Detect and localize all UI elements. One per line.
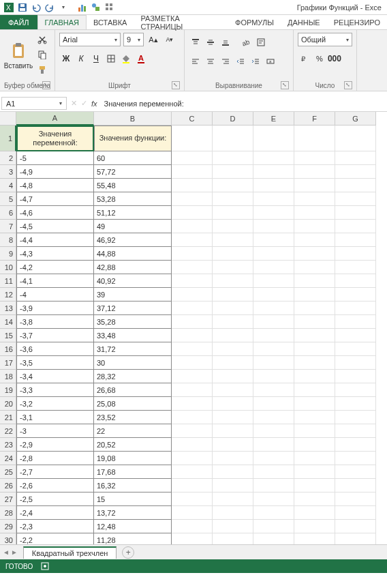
empty-cell[interactable] <box>172 247 213 261</box>
data-cell[interactable]: -4,6 <box>16 206 94 220</box>
data-cell[interactable]: -2,4 <box>16 506 94 520</box>
data-cell[interactable]: 11,28 <box>94 533 172 544</box>
data-cell[interactable]: -3,8 <box>16 315 94 329</box>
tab-home[interactable]: ГЛАВНАЯ <box>37 15 87 29</box>
data-cell[interactable]: -3,3 <box>16 383 94 397</box>
data-cell[interactable]: 35,28 <box>94 315 172 329</box>
empty-cell[interactable] <box>213 192 253 206</box>
empty-cell[interactable] <box>213 493 253 506</box>
data-cell[interactable]: -3,9 <box>16 302 94 315</box>
data-cell[interactable]: -3 <box>16 424 94 438</box>
empty-cell[interactable] <box>294 206 335 220</box>
align-top-icon[interactable] <box>189 35 202 49</box>
empty-cell[interactable] <box>335 233 376 247</box>
empty-cell[interactable] <box>172 288 213 302</box>
empty-cell[interactable] <box>335 533 376 544</box>
data-cell[interactable]: -2,5 <box>16 493 94 506</box>
empty-cell[interactable] <box>294 302 335 315</box>
column-header[interactable]: C <box>172 112 213 126</box>
row-header[interactable]: 28 <box>0 506 16 520</box>
data-cell[interactable]: -3,5 <box>16 356 94 370</box>
tab-formulas[interactable]: ФОРМУЛЫ <box>228 15 281 29</box>
borders-icon[interactable] <box>104 52 118 65</box>
empty-cell[interactable] <box>172 438 213 452</box>
empty-cell[interactable] <box>294 479 335 493</box>
row-header[interactable]: 25 <box>0 465 16 479</box>
empty-cell[interactable] <box>294 370 335 383</box>
table-header-cell[interactable]: Значения функции: <box>94 126 172 151</box>
empty-cell[interactable] <box>294 329 335 342</box>
empty-cell[interactable] <box>253 411 294 424</box>
data-cell[interactable]: 30 <box>94 356 172 370</box>
row-header[interactable]: 15 <box>0 329 16 342</box>
data-cell[interactable]: 26,68 <box>94 383 172 397</box>
empty-cell[interactable] <box>294 192 335 206</box>
empty-cell[interactable] <box>253 465 294 479</box>
tab-page-layout[interactable]: РАЗМЕТКА СТРАНИЦЫ <box>134 15 228 29</box>
row-header[interactable]: 4 <box>0 179 16 192</box>
data-cell[interactable]: 51,12 <box>94 206 172 220</box>
data-cell[interactable]: -4,1 <box>16 274 94 288</box>
empty-cell[interactable] <box>213 206 253 220</box>
empty-cell[interactable] <box>253 274 294 288</box>
empty-cell[interactable] <box>213 329 253 342</box>
empty-cell[interactable] <box>335 151 376 165</box>
empty-cell[interactable] <box>335 479 376 493</box>
empty-cell[interactable] <box>172 370 213 383</box>
data-cell[interactable]: 12,48 <box>94 520 172 533</box>
font-name-combo[interactable]: Arial▾ <box>59 33 121 46</box>
empty-cell[interactable] <box>335 315 376 329</box>
bold-button[interactable]: Ж <box>59 52 73 65</box>
empty-cell[interactable] <box>172 493 213 506</box>
row-header[interactable]: 24 <box>0 452 16 465</box>
data-cell[interactable]: 16,32 <box>94 479 172 493</box>
empty-cell[interactable] <box>172 233 213 247</box>
row-header[interactable]: 3 <box>0 165 16 179</box>
data-cell[interactable]: 42,88 <box>94 261 172 274</box>
empty-cell[interactable] <box>253 438 294 452</box>
formula-input[interactable]: Значения переменной: <box>100 95 387 111</box>
data-cell[interactable]: 19,08 <box>94 452 172 465</box>
empty-cell[interactable] <box>213 411 253 424</box>
empty-cell[interactable] <box>253 233 294 247</box>
empty-cell[interactable] <box>172 342 213 356</box>
empty-cell[interactable] <box>335 165 376 179</box>
empty-cell[interactable] <box>294 452 335 465</box>
empty-cell[interactable] <box>213 506 253 520</box>
empty-cell[interactable] <box>294 247 335 261</box>
table-header-cell[interactable]: Значения переменной: <box>16 126 94 151</box>
row-header[interactable]: 1 <box>0 126 16 151</box>
column-header[interactable]: E <box>253 112 294 126</box>
empty-cell[interactable] <box>335 397 376 411</box>
row-header[interactable]: 27 <box>0 493 16 506</box>
row-header[interactable]: 17 <box>0 356 16 370</box>
empty-cell[interactable] <box>294 220 335 233</box>
data-cell[interactable]: 49 <box>94 220 172 233</box>
empty-cell[interactable] <box>253 329 294 342</box>
data-cell[interactable]: 46,92 <box>94 233 172 247</box>
row-header[interactable]: 13 <box>0 302 16 315</box>
empty-cell[interactable] <box>294 274 335 288</box>
format-painter-icon[interactable] <box>35 63 49 76</box>
font-color-icon[interactable]: A <box>134 52 148 65</box>
column-header[interactable]: G <box>335 112 376 126</box>
redo-icon[interactable] <box>44 1 56 14</box>
data-cell[interactable]: 55,48 <box>94 179 172 192</box>
empty-cell[interactable] <box>294 233 335 247</box>
empty-cell[interactable] <box>253 288 294 302</box>
number-launcher-icon[interactable]: ⤡ <box>344 81 352 89</box>
increase-font-icon[interactable]: A▴ <box>146 33 160 46</box>
underline-button[interactable]: Ч <box>89 52 103 65</box>
row-header[interactable]: 2 <box>0 151 16 165</box>
sheet-nav-next-icon[interactable]: ► <box>11 548 18 556</box>
empty-cell[interactable] <box>213 302 253 315</box>
empty-cell[interactable] <box>213 165 253 179</box>
data-cell[interactable]: -4 <box>16 288 94 302</box>
empty-cell[interactable] <box>335 247 376 261</box>
data-cell[interactable]: -2,8 <box>16 452 94 465</box>
empty-cell[interactable] <box>335 206 376 220</box>
data-cell[interactable]: -4,3 <box>16 247 94 261</box>
row-header[interactable]: 8 <box>0 233 16 247</box>
data-cell[interactable]: 28,32 <box>94 370 172 383</box>
align-center-icon[interactable] <box>204 55 217 68</box>
